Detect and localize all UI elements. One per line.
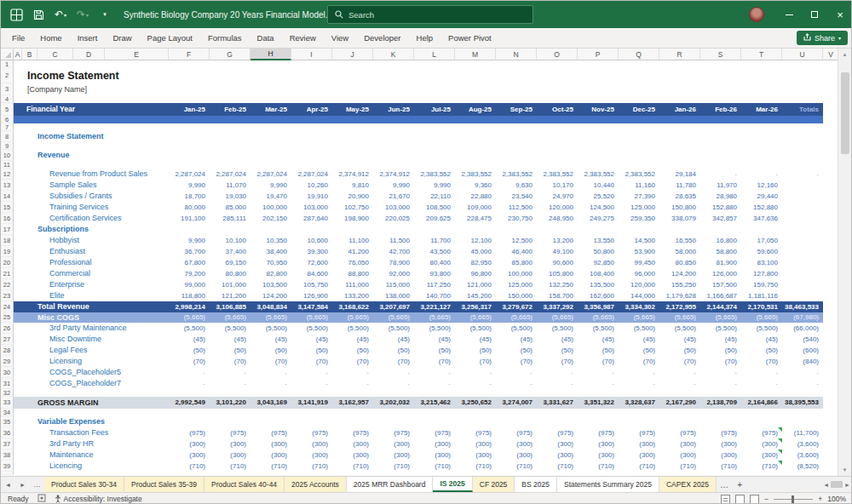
cell-H38[interactable]: (300) [250,450,291,461]
cell-I37[interactable]: (300) [291,438,332,450]
row-header-13[interactable]: 13 [1,180,14,191]
cell-label-27[interactable]: Misc Downtime [14,334,169,345]
cell-T13[interactable]: 12,160 [741,180,782,191]
cell-S31[interactable]: - [700,378,741,389]
cell-O22[interactable]: 132,250 [537,279,578,290]
cell-T29[interactable]: (70) [741,356,782,367]
cell-M12[interactable]: 2,383,552 [455,169,496,180]
cell-Q30[interactable]: - [619,367,659,378]
cell-F31[interactable]: - [169,378,210,389]
more-sheets-icon[interactable]: … [717,477,732,492]
cell-label-13[interactable]: Sample Sales [14,180,169,191]
select-all-corner[interactable] [1,49,14,60]
cell-L33[interactable]: 3,215,462 [414,397,455,409]
cell-M30[interactable]: - [455,367,496,378]
cell-U27[interactable]: (540) [782,334,823,345]
cell-J15[interactable]: 102,750 [332,202,373,213]
cell-F19[interactable]: 36,700 [169,246,210,257]
cell-G29[interactable]: (70) [210,356,250,367]
cell-label-10[interactable]: Revenue [14,150,839,161]
cell-F22[interactable]: 99,000 [169,279,210,290]
row-header-8[interactable]: 8 [1,131,14,142]
cell-F28[interactable]: (50) [169,345,210,356]
cell-F12[interactable]: 2,287,024 [169,169,210,180]
cell-O37[interactable]: (300) [537,438,578,450]
cell-S15[interactable]: 152,880 [700,202,741,213]
cell-O28[interactable]: (50) [537,345,578,356]
cell-N19[interactable]: 46,400 [496,246,537,257]
cell-M31[interactable]: - [455,378,496,389]
cell-U38[interactable]: (3,600) [782,450,823,461]
cell-R37[interactable]: (300) [659,438,700,450]
cell-P19[interactable]: 50,800 [578,246,619,257]
cell-G20[interactable]: 69,150 [210,257,250,268]
cell-L24[interactable]: 3,221,127 [414,301,455,312]
cell-P18[interactable]: 13,550 [578,235,619,246]
cell-Q38[interactable]: (300) [619,450,659,461]
row-header-16[interactable]: 16 [1,213,14,224]
cell-G19[interactable]: 37,400 [210,246,250,257]
cell-P5[interactable]: Nov-25 [578,103,619,116]
cell-row-40[interactable] [14,472,839,475]
macro-record-icon[interactable] [37,494,46,504]
row-header-40[interactable] [1,472,14,475]
scroll-up-icon[interactable]: ▲ [838,49,852,60]
cell-Q33[interactable]: 3,328,637 [619,397,659,409]
cell-label-17[interactable]: Subscriptions [14,224,839,235]
cell-I13[interactable]: 10,260 [291,180,332,191]
cell-T39[interactable]: (710) [741,461,782,472]
cell-F24[interactable]: 2,998,214 [169,301,210,312]
cell-L36[interactable]: (975) [414,427,455,438]
cell-H21[interactable]: 82,800 [250,268,291,279]
cell-O29[interactable]: (70) [537,356,578,367]
cell-H19[interactable]: 38,400 [250,246,291,257]
cell-label-30[interactable]: COGS_Placeholder5 [14,367,169,378]
row-header-14[interactable]: 14 [1,191,14,202]
cell-T22[interactable]: 159,750 [741,279,782,290]
row-header-24[interactable]: 24 [1,301,14,312]
cell-U24[interactable]: 38,463,533 [782,301,823,312]
cell-M23[interactable]: 145,200 [455,290,496,301]
column-header-K[interactable]: K [373,49,414,60]
cell-O21[interactable]: 105,800 [537,268,578,279]
zoom-level[interactable]: 100% [827,495,846,503]
cell-F14[interactable]: 18,700 [169,191,210,202]
cell-H20[interactable]: 70,950 [250,257,291,268]
cell-U39[interactable]: (8,520) [782,461,823,472]
cell-label-18[interactable]: Hobbyist [14,235,169,246]
cell-T19[interactable]: 59,600 [741,246,782,257]
sheet-tab-2025-mrr-dashboard[interactable]: 2025 MRR Dashboard [347,477,434,492]
cell-T33[interactable]: 2,164,866 [741,397,782,409]
cell-N23[interactable]: 150,000 [496,290,537,301]
row-header-18[interactable]: 18 [1,235,14,246]
cell-R29[interactable]: (70) [659,356,700,367]
cell-Q20[interactable]: 99,450 [619,257,659,268]
cell-label-22[interactable]: Enterprise [14,279,169,290]
cell-K20[interactable]: 78,900 [373,257,414,268]
cell-label-31[interactable]: COGS_Placeholder7 [14,378,169,389]
cell-N24[interactable]: 3,279,672 [496,301,537,312]
horizontal-scrollbar-thumb[interactable] [831,481,843,488]
cell-H16[interactable]: 202,150 [250,213,291,224]
cell-U36[interactable]: (11,700) [782,427,823,438]
cell-label-20[interactable]: Professional [14,257,169,268]
cell-K30[interactable]: - [373,367,414,378]
cell-P37[interactable]: (300) [578,438,619,450]
cell-S21[interactable]: 126,000 [700,268,741,279]
cell-H18[interactable]: 10,350 [250,235,291,246]
cell-S30[interactable]: - [700,367,741,378]
cell-N14[interactable]: 23,540 [496,191,537,202]
cell-H29[interactable]: (70) [250,356,291,367]
cell-M37[interactable]: (300) [455,438,496,450]
sheet-tab-capex-2025[interactable]: CAPEX 2025 [659,477,717,492]
cell-O15[interactable]: 120,000 [537,202,578,213]
cell-J38[interactable]: (300) [332,450,373,461]
cell-H31[interactable]: - [250,378,291,389]
cell-Q15[interactable]: 125,000 [619,202,659,213]
cell-T12[interactable]: - [741,169,782,180]
row-header-37[interactable]: 37 [1,438,14,450]
cell-P31[interactable]: - [578,378,619,389]
cell-O38[interactable]: (300) [537,450,578,461]
cell-L5[interactable]: Jul-25 [414,103,455,116]
cell-T16[interactable]: 347,636 [741,213,782,224]
